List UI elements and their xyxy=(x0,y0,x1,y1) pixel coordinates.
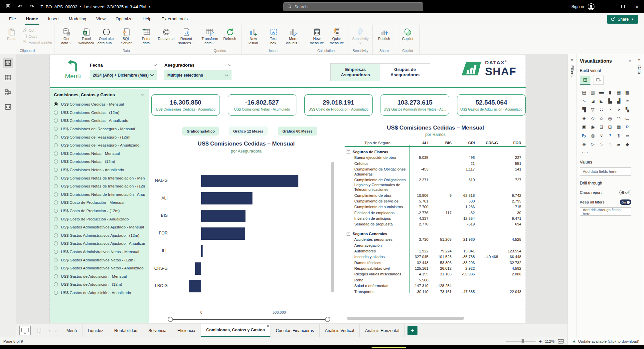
filter-option[interactable]: US$ Comisiones Cedidas - Anualizado xyxy=(54,117,145,125)
onelake-data-hub-button[interactable]: OneLakedata hub xyxy=(97,27,116,45)
toggle-empresas-aseguradoras[interactable]: Empresas Aseguradoras xyxy=(331,64,380,81)
save-icon[interactable] xyxy=(5,4,11,10)
fecha-dropdown[interactable]: 2024 (Año) + Diciembre (Mes) xyxy=(90,70,157,80)
filter-option[interactable]: US$ Gastos de Adquisición - Mensual xyxy=(54,272,145,280)
q-and-a-icon[interactable]: ? xyxy=(606,131,614,140)
desktop-layout-button[interactable] xyxy=(19,326,31,335)
account-avatar-icon[interactable] xyxy=(587,3,595,10)
fit-to-page-icon[interactable] xyxy=(558,339,564,344)
chart-vertical-scrollbar[interactable] xyxy=(331,162,334,292)
matrix-data-row[interactable]: Ramos técnicos32.44353.306-38.29632.732 xyxy=(345,260,526,265)
radio-button[interactable] xyxy=(54,225,58,229)
collapse-pane-icon[interactable]: » xyxy=(629,58,631,64)
scorecard-icon[interactable]: ▰ xyxy=(614,140,623,148)
ribbon-chart-icon[interactable]: ≋ xyxy=(623,97,632,105)
data-pane-collapsed[interactable]: « Data xyxy=(635,54,643,337)
chart-bar[interactable] xyxy=(201,227,245,240)
matrix-data-row[interactable]: Fidelidad de empleados-2.776117-3230 xyxy=(345,210,526,215)
more-visual-types[interactable]: ··· xyxy=(582,149,631,155)
gauge-icon[interactable]: ◠ xyxy=(614,114,623,122)
slicer-icon[interactable]: ⊟ xyxy=(597,123,606,131)
radio-button[interactable] xyxy=(54,135,58,139)
recent-sources-button[interactable]: Recentsources xyxy=(177,27,196,45)
radio-button[interactable] xyxy=(54,250,58,254)
kpi-card[interactable]: -16.802.527US$ Comisiones Netas - Acumul… xyxy=(228,94,296,116)
next-page-arrow[interactable]: › xyxy=(54,328,58,333)
minimize-button[interactable]: — xyxy=(602,0,616,13)
100-stacked-bar-chart-icon[interactable]: ▦ xyxy=(614,88,623,96)
radio-button[interactable] xyxy=(54,143,58,147)
more-visuals-button[interactable]: Morevisuals xyxy=(284,27,303,45)
filter-option[interactable]: US$ Gastos de Adquisición - (12m) xyxy=(54,280,145,289)
radio-button[interactable] xyxy=(54,241,58,245)
menu-tab-view[interactable]: View xyxy=(91,13,110,25)
copy-button[interactable]: Copy xyxy=(23,34,53,39)
zoom-in-button[interactable]: + xyxy=(539,339,542,344)
paste-button[interactable]: Paste xyxy=(2,27,21,41)
share-button[interactable]: Share ▼ xyxy=(607,15,638,24)
filter-option[interactable]: US$ Costo de Producción - Anualizado xyxy=(54,215,145,223)
zoom-slider-thumb[interactable] xyxy=(522,339,524,343)
matrix-data-row[interactable]: Seriedad de propuesta2.770-519694 xyxy=(345,221,526,227)
paginated-report-icon[interactable]: ▱ xyxy=(623,131,632,140)
stacked-column-chart-icon[interactable]: ▥ xyxy=(588,88,597,96)
matrix-data-row[interactable]: Cumplimiento de obra10.906-9-62.5189.742 xyxy=(345,192,526,198)
waterfall-chart-icon[interactable]: ▜ xyxy=(580,105,588,114)
new-visual-button[interactable]: Newvisual xyxy=(244,27,263,45)
filter-option[interactable]: US$ Gastos Administrativos Ajustado - Me… xyxy=(54,223,145,231)
chart-bar[interactable] xyxy=(195,262,201,275)
quick-measure-button[interactable]: Quickmeasure xyxy=(327,27,347,45)
line-and-clustered-column-chart-icon[interactable]: ▟ xyxy=(614,97,623,105)
filter-option[interactable]: US$ Comisiones del Reaseguro - (12m) xyxy=(54,133,145,141)
filter-option[interactable]: US$ Gastos Administrativos Netos - Mensu… xyxy=(54,248,145,256)
page-tab[interactable]: Análisis Vertical xyxy=(320,324,360,337)
matrix-data-row[interactable]: Cumplimiento de suministros7.7001.236715 xyxy=(345,204,526,210)
radio-button[interactable] xyxy=(54,111,58,115)
table-icon[interactable]: ⊞ xyxy=(606,123,614,131)
matrix-data-row[interactable]: Responsabilidad civil125.16126.012-2.922… xyxy=(345,266,526,271)
mobile-layout-button[interactable] xyxy=(34,326,45,335)
filter-option[interactable]: US$ Comisiones Netas de Intermediación -… xyxy=(54,190,145,199)
expand-pane-icon[interactable]: « xyxy=(638,57,640,62)
pie-chart-icon[interactable]: ◔ xyxy=(606,105,614,114)
matrix-group-row[interactable]: −Seguros de Fianzas xyxy=(345,149,526,155)
zoom-out-button[interactable]: — xyxy=(499,339,503,343)
radio-button[interactable] xyxy=(54,168,58,172)
decomposition-tree-icon[interactable]: ⋎ xyxy=(597,131,606,140)
radio-button[interactable] xyxy=(54,192,58,196)
map-icon[interactable]: ◈ xyxy=(580,114,588,122)
refresh-button[interactable]: Refresh xyxy=(220,27,240,41)
card-icon[interactable]: ▭ xyxy=(623,114,632,122)
collapse-group-icon[interactable]: − xyxy=(347,150,350,154)
cut-button[interactable]: Cut xyxy=(23,28,53,33)
range-slider-handle-right[interactable] xyxy=(325,317,330,322)
dataverse-button[interactable]: Dataverse xyxy=(157,27,176,41)
radio-button[interactable] xyxy=(54,160,58,164)
filled-map-icon[interactable]: ◇ xyxy=(588,114,597,122)
multi-row-card-icon[interactable]: ▣ xyxy=(580,123,588,131)
filter-option[interactable]: US$ Costo de Producción - Mensual xyxy=(54,198,145,207)
key-influencers-icon[interactable]: ◍ xyxy=(588,131,597,140)
filter-option[interactable]: US$ Comisiones Netas de Intermediación -… xyxy=(54,174,145,182)
radio-button[interactable] xyxy=(54,266,58,270)
page-tab[interactable]: Análisis Horizontal xyxy=(360,324,405,337)
expand-pane-icon[interactable]: « xyxy=(571,57,573,62)
radio-button[interactable] xyxy=(54,233,58,237)
update-available-button[interactable]: Update available (click to download) xyxy=(567,337,644,345)
matrix-data-row[interactable]: Robo5.568 xyxy=(345,277,526,283)
filter-option[interactable]: US$ Gastos Administrativos Netos - Anual… xyxy=(54,264,145,272)
copilot-button[interactable]: Copilot xyxy=(398,27,417,41)
radio-button[interactable] xyxy=(54,176,58,180)
new-measure-button[interactable]: Newmeasure xyxy=(307,27,327,45)
search-input[interactable]: Search xyxy=(283,2,423,11)
add-drill-through-fields-well[interactable]: Add drill-through fields here xyxy=(580,207,631,216)
format-visual-mode-button[interactable] xyxy=(593,76,604,85)
area-chart-icon[interactable]: ◢ xyxy=(588,97,597,105)
radio-button[interactable] xyxy=(54,102,58,106)
kpi-card[interactable]: 103.273.615US$ Gastos Administrativos Ne… xyxy=(381,94,449,116)
zoom-slider[interactable] xyxy=(506,341,536,342)
line-and-stacked-column-chart-icon[interactable]: ▙ xyxy=(606,97,614,105)
menu-tab-optimize[interactable]: Optimize xyxy=(110,13,137,25)
radio-button[interactable] xyxy=(54,152,58,156)
matrix-data-row[interactable]: Riesgos varios misceláneos4.15531.105-59… xyxy=(345,271,526,277)
